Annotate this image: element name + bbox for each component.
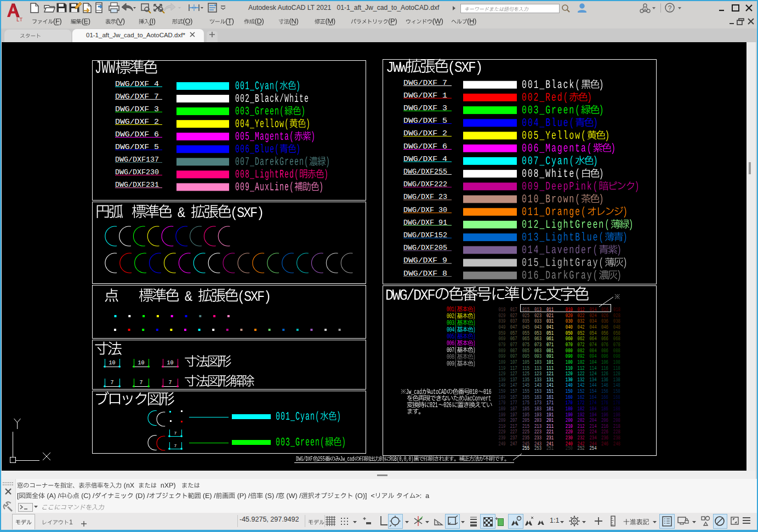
svg-text:246: 246	[601, 441, 608, 447]
svg-text:248: 248	[613, 441, 620, 447]
svg-text:7: 7	[174, 431, 177, 436]
svg-text:7: 7	[168, 380, 172, 386]
svg-text:254: 254	[590, 445, 597, 451]
svg-text:7: 7	[110, 380, 113, 386]
svg-text:247: 247	[510, 441, 517, 447]
svg-text:252: 252	[578, 445, 585, 451]
svg-text:10: 10	[167, 360, 173, 366]
svg-text:251: 251	[546, 445, 554, 451]
svg-text:7: 7	[174, 443, 177, 448]
svg-text:?: ?	[668, 4, 672, 12]
svg-text:250: 250	[566, 445, 573, 451]
svg-text:249: 249	[498, 441, 505, 447]
svg-text:10: 10	[138, 360, 144, 366]
svg-text:10: 10	[109, 360, 115, 366]
svg-text:255: 255	[522, 445, 529, 451]
svg-text:7: 7	[139, 380, 143, 386]
svg-text:253: 253	[534, 445, 542, 451]
